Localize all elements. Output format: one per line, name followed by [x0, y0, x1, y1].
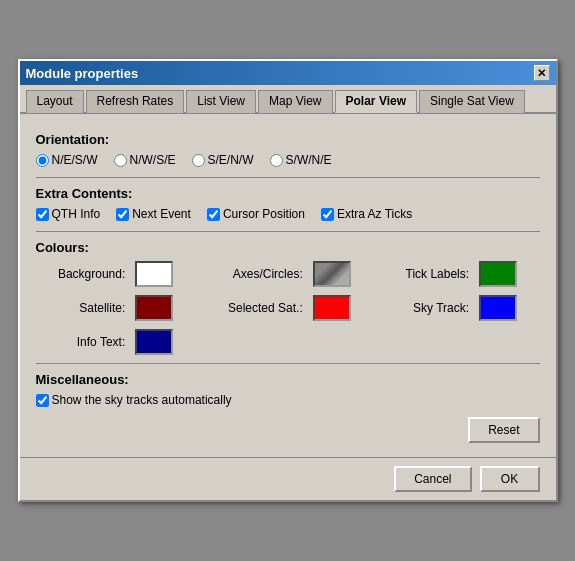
swatch-tick-labels[interactable]: [479, 261, 517, 287]
tab-single-sat-view[interactable]: Single Sat View: [419, 90, 525, 113]
label-selected-sat: Selected Sat.:: [206, 301, 303, 315]
cancel-button[interactable]: Cancel: [394, 466, 471, 492]
checkbox-extra-az-ticks-label: Extra Az Ticks: [337, 207, 412, 221]
radio-nwse-input[interactable]: [114, 154, 127, 167]
content-area: Orientation: N/E/S/W N/W/S/E S/E/N/W S/W…: [20, 114, 556, 457]
checkbox-cursor-position-label: Cursor Position: [223, 207, 305, 221]
ok-button[interactable]: OK: [480, 466, 540, 492]
bottom-buttons: Cancel OK: [20, 457, 556, 500]
radio-nesw-input[interactable]: [36, 154, 49, 167]
swatch-satellite[interactable]: [135, 295, 173, 321]
radio-senw[interactable]: S/E/N/W: [192, 153, 254, 167]
checkbox-next-event-label: Next Event: [132, 207, 191, 221]
radio-senw-input[interactable]: [192, 154, 205, 167]
checkbox-sky-tracks[interactable]: Show the sky tracks automatically: [36, 393, 232, 407]
swatch-background[interactable]: [135, 261, 173, 287]
radio-nesw[interactable]: N/E/S/W: [36, 153, 98, 167]
swatch-sky-track[interactable]: [479, 295, 517, 321]
checkbox-extra-az-ticks-input[interactable]: [321, 208, 334, 221]
extra-contents-group: QTH Info Next Event Cursor Position Extr…: [36, 207, 540, 221]
colours-title: Colours:: [36, 240, 540, 255]
miscellaneous-title: Miscellaneous:: [36, 372, 540, 387]
reset-button[interactable]: Reset: [468, 417, 539, 443]
swatch-axes-circles[interactable]: [313, 261, 351, 287]
dialog: Module properties ✕ Layout Refresh Rates…: [18, 59, 558, 502]
miscellaneous-group: Show the sky tracks automatically: [36, 393, 540, 407]
label-satellite: Satellite:: [36, 301, 126, 315]
checkbox-qth-info[interactable]: QTH Info: [36, 207, 101, 221]
label-axes-circles: Axes/Circles:: [206, 267, 303, 281]
tab-map-view[interactable]: Map View: [258, 90, 332, 113]
label-background: Background:: [36, 267, 126, 281]
divider-3: [36, 363, 540, 364]
radio-swne-input[interactable]: [270, 154, 283, 167]
label-info-text: Info Text:: [36, 335, 126, 349]
radio-swne[interactable]: S/W/N/E: [270, 153, 332, 167]
checkbox-next-event-input[interactable]: [116, 208, 129, 221]
checkbox-next-event[interactable]: Next Event: [116, 207, 191, 221]
colours-grid: Background: Axes/Circles: Tick Labels: S…: [36, 261, 540, 355]
radio-nwse-label: N/W/S/E: [130, 153, 176, 167]
label-sky-track: Sky Track:: [383, 301, 469, 315]
reset-row: Reset: [36, 417, 540, 443]
tab-list-view[interactable]: List View: [186, 90, 256, 113]
title-bar: Module properties ✕: [20, 61, 556, 85]
orientation-group: N/E/S/W N/W/S/E S/E/N/W S/W/N/E: [36, 153, 540, 167]
radio-senw-label: S/E/N/W: [208, 153, 254, 167]
checkbox-cursor-position-input[interactable]: [207, 208, 220, 221]
extra-contents-title: Extra Contents:: [36, 186, 540, 201]
dialog-title: Module properties: [26, 66, 139, 81]
divider-2: [36, 231, 540, 232]
checkbox-extra-az-ticks[interactable]: Extra Az Ticks: [321, 207, 412, 221]
tab-layout[interactable]: Layout: [26, 90, 84, 113]
orientation-title: Orientation:: [36, 132, 540, 147]
label-tick-labels: Tick Labels:: [383, 267, 469, 281]
close-button[interactable]: ✕: [534, 65, 550, 81]
checkbox-cursor-position[interactable]: Cursor Position: [207, 207, 305, 221]
swatch-selected-sat[interactable]: [313, 295, 351, 321]
checkbox-qth-info-label: QTH Info: [52, 207, 101, 221]
radio-swne-label: S/W/N/E: [286, 153, 332, 167]
radio-nwse[interactable]: N/W/S/E: [114, 153, 176, 167]
checkbox-qth-info-input[interactable]: [36, 208, 49, 221]
tab-bar: Layout Refresh Rates List View Map View …: [20, 85, 556, 114]
radio-nesw-label: N/E/S/W: [52, 153, 98, 167]
checkbox-sky-tracks-input[interactable]: [36, 394, 49, 407]
tab-refresh-rates[interactable]: Refresh Rates: [86, 90, 185, 113]
swatch-info-text[interactable]: [135, 329, 173, 355]
divider-1: [36, 177, 540, 178]
tab-polar-view[interactable]: Polar View: [335, 90, 417, 113]
checkbox-sky-tracks-label: Show the sky tracks automatically: [52, 393, 232, 407]
